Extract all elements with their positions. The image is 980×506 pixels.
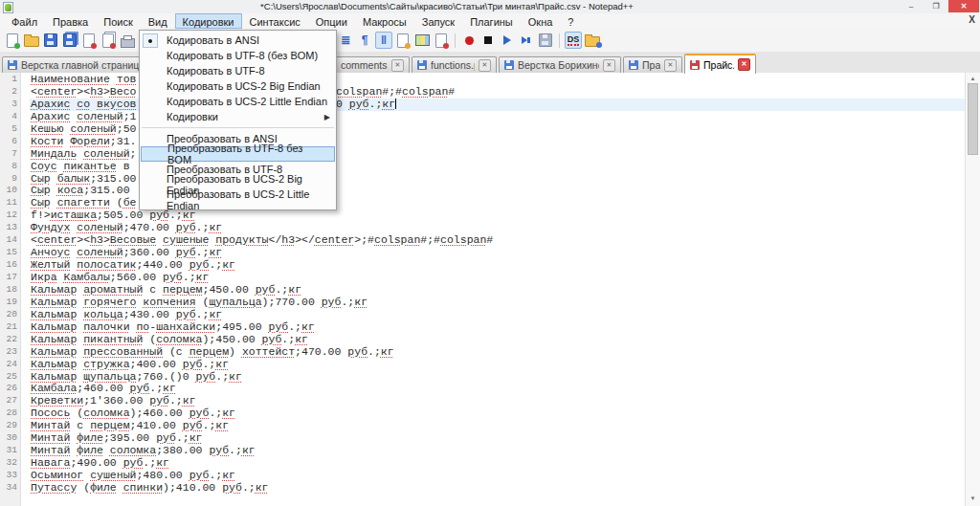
- encoding-menu-item[interactable]: Кодировать в UCS-2 Big Endian: [140, 78, 336, 94]
- bookmark-margin[interactable]: [20, 432, 30, 445]
- bookmark-margin[interactable]: [20, 420, 30, 432]
- bookmark-margin[interactable]: [20, 173, 30, 186]
- code-line[interactable]: 21Кальмар палочки по-шанхайски;495.00 ру…: [0, 321, 980, 334]
- menubar-item[interactable]: Файл: [4, 13, 45, 29]
- tab-inactive[interactable]: Верстка Борихинское пиво.txt✕: [499, 56, 621, 73]
- menubar-item[interactable]: Правка: [45, 13, 96, 29]
- scroll-down-arrow-icon[interactable]: [966, 493, 980, 504]
- document-map-button[interactable]: [413, 32, 431, 49]
- run-macro-multiple-button[interactable]: [518, 32, 535, 49]
- bookmark-margin[interactable]: [20, 161, 30, 173]
- close-all-documents-button[interactable]: [100, 32, 117, 49]
- menubar-item[interactable]: Плагины: [462, 13, 521, 29]
- document-snippet-button[interactable]: [433, 32, 450, 49]
- scrollbar-thumb[interactable]: [968, 83, 978, 155]
- bookmark-margin[interactable]: [20, 284, 30, 297]
- encoding-menu-item[interactable]: Кодировать в UTF-8 (без BOM): [140, 48, 336, 63]
- tab-close-button[interactable]: ✕: [603, 59, 615, 72]
- start-recording-button[interactable]: [460, 32, 478, 49]
- code-line[interactable]: 34Путассу (филе спинки);410.00 руб.;кг: [0, 482, 980, 495]
- line-text[interactable]: Кальмар прессованный (с перцем) хоттейст…: [30, 346, 980, 359]
- bookmark-margin[interactable]: [20, 272, 30, 284]
- bookmark-margin[interactable]: [20, 111, 30, 123]
- bookmark-margin[interactable]: [20, 247, 30, 259]
- spellcheck-settings-button[interactable]: [584, 32, 601, 49]
- bookmark-margin[interactable]: [20, 259, 30, 272]
- bookmark-margin[interactable]: [20, 123, 30, 136]
- bookmark-margin[interactable]: [20, 445, 30, 457]
- bookmark-margin[interactable]: [20, 99, 30, 111]
- menubar-item[interactable]: ?: [560, 13, 581, 29]
- bookmark-margin[interactable]: [20, 457, 30, 470]
- restore-button[interactable]: ❐: [924, 0, 947, 12]
- bookmark-margin[interactable]: [20, 234, 30, 247]
- word-wrap-button[interactable]: ≣: [337, 32, 354, 49]
- line-text[interactable]: Минтай филе соломка;380.00 руб.;кг: [30, 445, 980, 457]
- menubar-item[interactable]: Запуск: [414, 13, 462, 29]
- line-text[interactable]: Кальмар стружка;400.00 руб.;кг: [30, 359, 980, 371]
- menubar-item[interactable]: Окна: [521, 13, 561, 29]
- encoding-menu-item[interactable]: Преобразовать в UCS-2 Little Endian: [140, 192, 336, 208]
- minimize-button[interactable]: –: [900, 0, 923, 12]
- bookmark-margin[interactable]: [20, 407, 30, 420]
- code-line[interactable]: 24Кальмар стружка;400.00 руб.;кг: [0, 359, 980, 371]
- menubar-item[interactable]: Вид: [141, 13, 175, 29]
- playback-macro-button[interactable]: [499, 32, 516, 49]
- menubar-item[interactable]: Опции: [308, 13, 355, 29]
- bookmark-margin[interactable]: [20, 321, 30, 334]
- bookmark-margin[interactable]: [20, 482, 30, 495]
- close-window-button[interactable]: ✕: [948, 0, 979, 12]
- bookmark-margin[interactable]: [20, 309, 30, 321]
- code-line[interactable]: 23Кальмар прессованный (с перцем) хоттей…: [0, 346, 980, 359]
- menubar-close-x[interactable]: X: [969, 14, 975, 25]
- new-file-button[interactable]: [4, 32, 21, 49]
- save-all-button[interactable]: [61, 32, 78, 49]
- line-text[interactable]: Осьминог сушеный;480.00 руб.;кг: [30, 470, 980, 482]
- bookmark-margin[interactable]: [20, 297, 30, 309]
- bookmark-margin[interactable]: [20, 359, 30, 371]
- code-line[interactable]: 17Икра Камбалы;560.00 руб.;кг: [0, 272, 980, 284]
- menubar-item[interactable]: Кодировки: [175, 13, 242, 29]
- menubar-item[interactable]: Макросы: [355, 13, 414, 29]
- line-text[interactable]: Путассу (филе спинки);410.00 руб.;кг: [30, 482, 980, 495]
- bookmark-margin[interactable]: [20, 197, 30, 209]
- tab-close-button[interactable]: ✕: [479, 59, 491, 72]
- line-text[interactable]: Кальмар пикантный (соломка);450.00 руб.;…: [30, 334, 980, 346]
- bookmark-margin[interactable]: [20, 209, 30, 222]
- vertical-scrollbar[interactable]: [965, 73, 980, 506]
- bookmark-margin[interactable]: [20, 185, 30, 197]
- show-all-characters-button[interactable]: ¶: [356, 32, 373, 49]
- encoding-menu-item[interactable]: Кодировать в UCS-2 Little Endian: [140, 94, 336, 109]
- tab-inactive[interactable]: Прайс.csv✕: [623, 56, 682, 73]
- dspellcheck-toggle-button[interactable]: DS: [565, 32, 582, 49]
- save-button[interactable]: [42, 32, 59, 49]
- save-macro-button[interactable]: [537, 32, 554, 49]
- open-file-button[interactable]: [23, 32, 40, 49]
- bookmark-margin[interactable]: [20, 334, 30, 346]
- bookmark-margin[interactable]: [20, 222, 30, 234]
- tab-inactive[interactable]: functions.php✕: [412, 56, 497, 73]
- print-button[interactable]: [119, 32, 136, 49]
- tab-close-button[interactable]: ✕: [664, 59, 677, 72]
- encoding-menu-item[interactable]: Преобразовать в UTF-8 без BOM: [141, 146, 335, 162]
- encoding-menu-item[interactable]: Кодировать в UTF-8: [140, 63, 336, 78]
- function-list-button[interactable]: [394, 32, 412, 49]
- code-line[interactable]: 19Кальмар горячего копчения (щупальца);7…: [0, 297, 980, 309]
- line-text[interactable]: Кальмар горячего копчения (щупальца);770…: [30, 297, 980, 309]
- menubar-item[interactable]: Поиск: [96, 13, 140, 29]
- bookmark-margin[interactable]: [20, 371, 30, 384]
- encoding-menu-item[interactable]: Кодировать в ANSI: [140, 33, 336, 48]
- stop-recording-button[interactable]: [479, 32, 497, 49]
- bookmark-margin[interactable]: [20, 383, 30, 395]
- tab-close-button[interactable]: ✕: [738, 58, 750, 71]
- close-document-button[interactable]: [80, 32, 98, 49]
- bookmark-margin[interactable]: [20, 470, 30, 482]
- bookmark-margin[interactable]: [20, 136, 30, 148]
- encoding-menu-item[interactable]: Кодировки▶: [140, 109, 336, 124]
- bookmark-margin[interactable]: [20, 74, 30, 86]
- bookmark-margin[interactable]: [20, 86, 30, 99]
- tab-active[interactable]: Прайс.csv✕: [684, 54, 756, 74]
- menubar-item[interactable]: Синтаксис: [242, 13, 308, 29]
- bookmark-margin[interactable]: [20, 346, 30, 359]
- bookmark-margin[interactable]: [20, 395, 30, 407]
